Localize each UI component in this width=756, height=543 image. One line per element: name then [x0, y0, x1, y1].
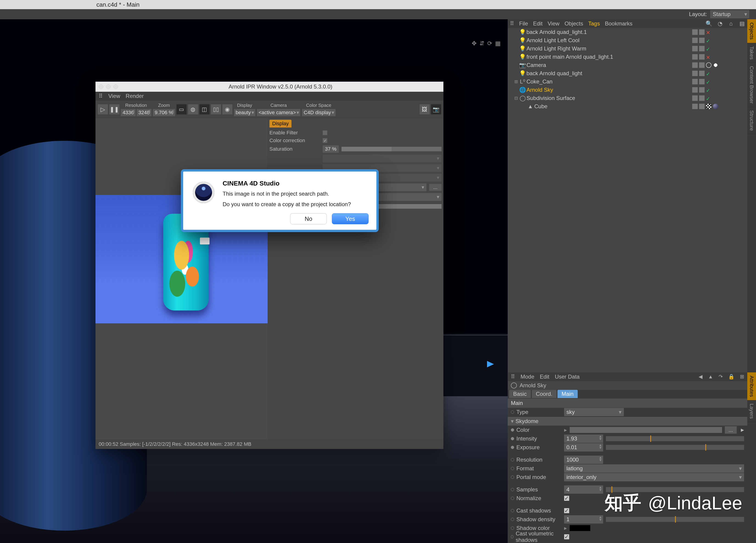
flag-gray[interactable] — [692, 46, 698, 51]
castshadows-checkbox[interactable]: ✓ — [564, 508, 569, 513]
vtab-attributes[interactable]: Attributes — [747, 372, 756, 400]
object-label[interactable]: back Arnold quad_light.1 — [526, 29, 692, 35]
object-label[interactable]: front point main Arnold quad_light.1 — [526, 54, 692, 60]
samples-slider[interactable] — [606, 487, 744, 492]
object-label[interactable]: Subdivision Surface — [526, 95, 692, 101]
om-menu-tags[interactable]: Tags — [588, 20, 600, 27]
object-label[interactable]: Arnold Light Right Warm — [526, 45, 692, 52]
orbit-icon[interactable]: ⟳ — [487, 40, 492, 47]
flag-gray[interactable] — [699, 46, 705, 51]
flag-gray[interactable] — [692, 95, 698, 101]
flag-sphere[interactable] — [713, 104, 718, 109]
object-row[interactable]: 📷Camera — [508, 61, 747, 69]
directory-browse-button[interactable]: ... — [429, 184, 442, 191]
object-row[interactable]: 🌐Arnold Sky — [508, 86, 747, 94]
object-row[interactable]: ⊟◯Subdivision Surface — [508, 94, 747, 102]
object-label[interactable]: Arnold Sky — [526, 87, 692, 93]
save-render-icon[interactable]: 🖾 — [420, 104, 430, 114]
vtab-structure[interactable]: Structure — [747, 107, 756, 134]
saturation-field[interactable]: 37 % — [323, 145, 339, 153]
flag-teapot[interactable] — [713, 62, 718, 68]
object-label[interactable]: back Arnold quad_light — [526, 70, 692, 77]
object-row[interactable]: 💡back Arnold quad_light.1 — [508, 28, 747, 36]
ab-icon[interactable]: ▯▯ — [211, 104, 221, 114]
play-button[interactable]: ▷ — [98, 104, 108, 114]
flag-gray[interactable] — [692, 38, 698, 43]
attr-menu-userdata[interactable]: User Data — [555, 373, 580, 380]
color-browse-button[interactable]: ... — [725, 426, 737, 434]
flag-green[interactable] — [706, 79, 711, 84]
om-menu-edit[interactable]: Edit — [533, 20, 543, 27]
vtab-content-browser[interactable]: Content Browser — [747, 63, 756, 107]
flag-gray[interactable] — [699, 54, 705, 60]
zoom-field[interactable]: 9.706 %▲▼ — [153, 109, 175, 116]
type-dropdown[interactable]: sky — [564, 408, 624, 416]
resolution-field[interactable]: 1000▲▼ — [564, 456, 603, 464]
flag-gray[interactable] — [699, 104, 705, 109]
intensity-field[interactable]: 1.93▲▼ — [564, 434, 603, 443]
object-row[interactable]: 💡front point main Arnold quad_light.1 — [508, 53, 747, 61]
shadowdensity-slider[interactable] — [606, 517, 744, 522]
om-menu-file[interactable]: File — [519, 20, 528, 27]
object-row[interactable]: 💡back Arnold quad_light — [508, 69, 747, 78]
ipr-menu-render[interactable]: Render — [126, 93, 144, 99]
normalize-checkbox[interactable]: ✓ — [564, 496, 569, 501]
ipr-tab-display[interactable]: Display — [269, 120, 291, 128]
flag-gray[interactable] — [692, 104, 698, 109]
res-w-field[interactable]: 4336▲▼ — [121, 109, 136, 116]
hidden-dropdown[interactable] — [323, 155, 442, 162]
object-row[interactable]: ⊞L⁰Coke_Can — [508, 78, 747, 86]
ipr-window[interactable]: Arnold IPR Window v2.5.0 (Arnold 5.3.0.0… — [95, 82, 443, 449]
object-row[interactable]: 💡Arnold Light Left Cool — [508, 36, 747, 45]
flag-red[interactable] — [706, 54, 711, 60]
flag-green[interactable] — [706, 95, 711, 101]
expander-icon[interactable]: ⊟ — [514, 95, 519, 101]
tab-main[interactable]: Main — [557, 390, 578, 398]
funnel-icon[interactable]: ▤ — [739, 21, 745, 27]
saturation-slider[interactable] — [342, 147, 442, 151]
flag-gray[interactable] — [692, 54, 698, 60]
color-correction-checkbox[interactable]: ✓ — [323, 138, 327, 143]
object-label[interactable]: Camera — [526, 62, 692, 68]
vtab-takes[interactable]: Takes — [747, 43, 756, 63]
no-button[interactable]: No — [290, 213, 327, 224]
fwd-icon[interactable]: ↷ — [719, 374, 723, 380]
exposure-field[interactable]: 0.01▲▼ — [564, 443, 603, 451]
castvolumetric-checkbox[interactable]: ✓ — [564, 534, 569, 539]
format-dropdown[interactable]: latlong — [564, 464, 744, 473]
region-icon[interactable]: ▭ — [176, 104, 187, 114]
camera-dropdown[interactable]: <active camera> — [257, 109, 301, 116]
attr-menu-mode[interactable]: Mode — [521, 373, 534, 380]
attr-menu-edit[interactable]: Edit — [540, 373, 549, 380]
color-field[interactable] — [570, 427, 722, 433]
om-menu-bookmarks[interactable]: Bookmarks — [605, 20, 633, 27]
color-menu-icon[interactable]: ▶ — [741, 427, 744, 432]
enable-filter-checkbox[interactable] — [323, 131, 327, 135]
new-icon[interactable]: ⊞ — [740, 374, 744, 380]
vtab-objects[interactable]: Objects — [747, 19, 756, 43]
layout-icon[interactable]: ▦ — [495, 40, 501, 47]
flag-green[interactable] — [706, 46, 711, 51]
flag-green[interactable] — [706, 87, 711, 93]
ipr-titlebar[interactable]: Arnold IPR Window v2.5.0 (Arnold 5.3.0.0… — [95, 82, 443, 92]
snapshot-icon[interactable]: 📷 — [431, 104, 441, 114]
grip-icon[interactable]: ⠿ — [510, 20, 514, 27]
minimize-icon[interactable] — [106, 84, 111, 89]
up-icon[interactable]: ▲ — [708, 374, 713, 380]
flag-gray[interactable] — [699, 71, 705, 76]
expander-icon[interactable]: ⊞ — [514, 78, 519, 85]
back-icon[interactable]: ◀ — [699, 374, 703, 380]
vtab-layers[interactable]: Layers — [747, 400, 756, 422]
zoom-icon[interactable]: ⇵ — [479, 40, 484, 47]
close-icon[interactable] — [99, 84, 103, 89]
exposure-slider[interactable] — [606, 445, 744, 450]
picker-icon[interactable]: ◉ — [222, 104, 232, 114]
layout-dropdown[interactable]: Startup — [710, 10, 749, 18]
flag-gray[interactable] — [692, 87, 698, 93]
flag-gray[interactable] — [699, 79, 705, 84]
tab-coord[interactable]: Coord. — [532, 390, 557, 398]
crop-icon[interactable]: ◫ — [199, 104, 210, 114]
subsection-skydome[interactable]: Skydome — [508, 417, 747, 426]
grip-icon[interactable]: ⠿ — [99, 93, 103, 99]
pause-button[interactable]: ❚❚ — [109, 104, 119, 114]
